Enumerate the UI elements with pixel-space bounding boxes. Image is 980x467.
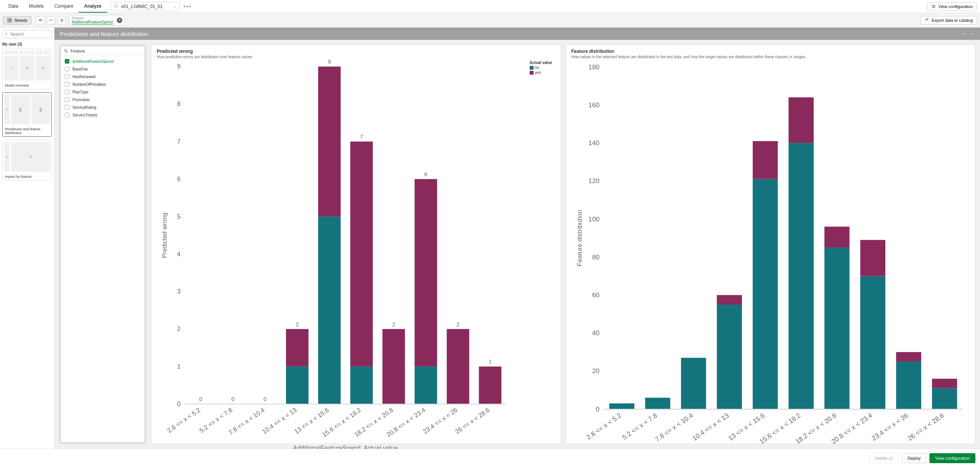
step-back-button[interactable]: ⤺	[47, 16, 55, 25]
svg-text:2: 2	[177, 325, 181, 332]
svg-rect-49	[415, 179, 437, 366]
feature-item[interactable]: ServiceRating	[61, 103, 144, 111]
feature-item[interactable]: PlanType	[61, 88, 144, 96]
svg-rect-75	[681, 358, 706, 409]
svg-rect-83	[788, 143, 813, 409]
svg-text:2: 2	[392, 321, 395, 328]
svg-text:4: 4	[177, 251, 181, 257]
export-label: Export data to catalog	[932, 18, 973, 23]
tab-data[interactable]: Data	[3, 0, 23, 13]
feature-item[interactable]: NumberOfPenalties	[61, 80, 144, 88]
feature-item[interactable]: BaseFee	[61, 65, 144, 73]
svg-text:5: 5	[177, 213, 181, 220]
svg-text:0: 0	[231, 396, 235, 402]
svg-text:26 <= x < 28.6: 26 <= x < 28.6	[906, 411, 946, 442]
svg-rect-93	[896, 352, 921, 362]
svg-text:0: 0	[596, 405, 599, 413]
delete-button: Delete v1	[870, 453, 899, 463]
checkbox[interactable]	[65, 82, 69, 87]
more-menu-button[interactable]: •••	[184, 3, 192, 10]
svg-point-0	[115, 5, 117, 7]
svg-text:0: 0	[264, 396, 267, 402]
svg-text:140: 140	[588, 139, 599, 147]
feature-item[interactable]: HasRenewed	[61, 73, 144, 80]
sheet-card[interactable]: +✦✦Model overview	[2, 49, 52, 89]
svg-point-6	[934, 6, 935, 7]
checkbox[interactable]	[65, 67, 69, 71]
sheet-card[interactable]: +✦Impact by feature	[2, 140, 52, 180]
svg-text:8: 8	[177, 100, 181, 107]
feature-label: BaseFee	[72, 67, 88, 71]
svg-text:60: 60	[592, 291, 599, 299]
smart-search-button[interactable]: ⊙	[57, 16, 66, 25]
clear-selections-button[interactable]: ⟲	[36, 16, 44, 25]
deploy-button[interactable]: Deploy	[902, 453, 926, 463]
svg-line-1	[117, 7, 118, 8]
svg-text:26 <= x < 28.6: 26 <= x < 28.6	[454, 406, 491, 435]
svg-text:3: 3	[177, 288, 181, 295]
export-icon	[925, 18, 929, 23]
tab-models[interactable]: Models	[23, 0, 49, 13]
svg-text:7: 7	[177, 138, 181, 145]
search-icon	[5, 32, 8, 36]
feature-label: PlanType	[72, 90, 89, 94]
svg-text:2.6 <= x < 5.2: 2.6 <= x < 5.2	[585, 411, 623, 441]
sheets-label: Sheets	[14, 18, 27, 23]
tab-compare[interactable]: Compare	[49, 0, 79, 13]
model-selector[interactable]: v01_LGBMC_01_01 ⌄	[111, 2, 180, 11]
legend-title: Actual value	[530, 61, 552, 65]
svg-rect-48	[415, 367, 437, 404]
selection-toolbar: ⟲ ⤺ ⊙	[36, 16, 66, 25]
svg-text:160: 160	[588, 101, 599, 109]
checkbox[interactable]	[65, 105, 69, 110]
chart1-subtitle: How prediction errors are distributed ov…	[157, 55, 555, 59]
feature-distribution-panel: Feature distribution How values in the s…	[566, 44, 976, 444]
feature-header-label: Feature	[71, 49, 85, 53]
checkbox[interactable]	[65, 113, 69, 117]
sheet-card[interactable]: +▮▮Predictions and feature distribution	[2, 92, 52, 137]
svg-text:6: 6	[424, 171, 427, 177]
svg-text:1: 1	[489, 359, 492, 365]
checkbox[interactable]	[65, 74, 69, 79]
view-configuration-button-bottom[interactable]: View configuration	[929, 453, 975, 463]
svg-point-12	[5, 33, 7, 35]
checkbox[interactable]	[65, 97, 69, 102]
sidebar: My own (3) +✦✦Model overview+▮▮Predictio…	[0, 28, 54, 449]
svg-rect-77	[717, 305, 742, 409]
svg-rect-95	[932, 388, 957, 409]
prev-sheet-button[interactable]: ‹	[961, 30, 967, 37]
sheets-button[interactable]: Sheets	[3, 16, 31, 25]
feature-panel-header[interactable]: Feature	[61, 46, 144, 56]
svg-rect-45	[382, 329, 405, 404]
tab-analyze[interactable]: Analyze	[79, 0, 107, 13]
feature-item[interactable]: ServiceTickets	[61, 111, 144, 119]
svg-rect-87	[824, 227, 849, 248]
checkbox[interactable]	[65, 59, 69, 64]
chart2-svg: 020406080100120140160180Feature distribu…	[571, 59, 970, 449]
svg-rect-10	[7, 21, 9, 23]
view-configuration-button[interactable]: View configuration	[927, 2, 977, 11]
feature-item[interactable]: Promotion	[61, 96, 144, 103]
next-sheet-button[interactable]: ›	[969, 30, 975, 37]
svg-text:Feature distribution: Feature distribution	[575, 210, 583, 266]
feature-item[interactable]: AdditionalFeatureSpend	[61, 57, 144, 65]
chart2-subtitle: How values in the selected feature are d…	[571, 55, 970, 59]
chart2-body[interactable]: 020406080100120140160180Feature distribu…	[571, 59, 970, 449]
svg-rect-37	[318, 216, 341, 404]
svg-point-14	[64, 49, 67, 52]
svg-text:6: 6	[177, 175, 181, 182]
sliders-icon	[931, 4, 936, 9]
feature-label: AdditionalFeatureSpend	[72, 59, 113, 64]
svg-rect-81	[752, 141, 777, 179]
chart1-body[interactable]: Actual value no yes 0123456789Predicted …	[157, 59, 555, 449]
export-data-button[interactable]: Export data to catalog	[921, 16, 977, 25]
panels: Feature AdditionalFeatureSpendBaseFeeHas…	[54, 40, 980, 449]
search-input[interactable]	[10, 32, 44, 36]
feature-filter-chip[interactable]: Feature AdditionalFeatureSpend ✕	[69, 15, 125, 26]
my-own-label: My own (3)	[2, 42, 52, 46]
checkbox[interactable]	[65, 90, 69, 94]
chevron-down-icon: ⌄	[173, 4, 176, 8]
sidebar-search[interactable]	[2, 30, 52, 38]
svg-text:0: 0	[177, 400, 181, 407]
close-icon[interactable]: ✕	[117, 18, 122, 23]
